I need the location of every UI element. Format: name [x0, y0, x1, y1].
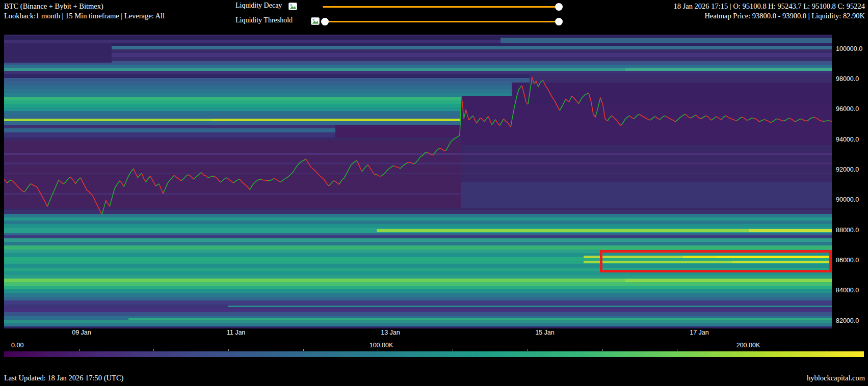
- colorbar-tick: [528, 349, 528, 351]
- y-axis-label: 86000.0: [836, 257, 859, 264]
- y-axis-label: 94000.0: [836, 136, 859, 143]
- hyblock-liquidation-heatmap-app: BTC (Binance + Bybit + Bitmex) Lookback:…: [0, 0, 868, 386]
- colorbar-tick: [453, 349, 453, 351]
- y-axis-label: 84000.0: [836, 287, 859, 294]
- y-axis-label: 98000.0: [836, 75, 859, 82]
- y-axis-label: 82000.0: [836, 317, 859, 324]
- colorbar-tick: [153, 349, 154, 351]
- liquidity-threshold-label: Liquidity Threshold: [235, 16, 293, 24]
- x-axis-label: 15 Jan: [535, 329, 555, 336]
- liquidity-colorbar: [4, 351, 864, 357]
- colorbar-tick: [378, 349, 378, 351]
- ohlc-info: 18 Jan 2026 17:15 | O: 95100.8 H: 95243.…: [674, 2, 865, 11]
- y-axis-label: 92000.0: [836, 166, 859, 173]
- y-axis-label: 100000.0: [836, 45, 862, 52]
- price-line-segments: [7, 77, 829, 215]
- x-axis-label: 11 Jan: [227, 329, 246, 336]
- price-heatmap-chart[interactable]: HYBLOCK: [4, 35, 832, 328]
- y-axis-label: 96000.0: [836, 105, 859, 113]
- colorbar-tick: [303, 349, 304, 351]
- last-updated: Last Updated: 18 Jan 2026 17:50 (UTC): [4, 374, 123, 382]
- colorbar-tick: [752, 349, 752, 351]
- x-axis-label: 17 Jan: [690, 329, 709, 336]
- site-link[interactable]: hyblockcapital.com: [807, 374, 865, 382]
- y-axis-label: 88000.0: [836, 227, 859, 234]
- price-line-segments: [4, 77, 832, 215]
- colorbar-tick: [228, 349, 229, 351]
- heatmap-price-info: Heatmap Price: 93800.0 - 93900.0 | Liqui…: [674, 11, 865, 21]
- image-icon[interactable]: [311, 17, 320, 27]
- price-line: [4, 35, 832, 328]
- slider-handle[interactable]: [321, 18, 329, 25]
- x-axis-label: 09 Jan: [72, 329, 91, 336]
- colorbar-tick: [827, 349, 827, 351]
- colorbar-tick: [677, 349, 677, 351]
- y-axis-label: 90000.0: [836, 196, 859, 203]
- colorbar-label: 200.00K: [737, 342, 760, 349]
- colorbar-tick: [602, 349, 603, 351]
- liquidity-threshold-slider[interactable]: [325, 21, 559, 22]
- slider-handle[interactable]: [555, 18, 563, 25]
- colorbar-label: 100.00K: [370, 342, 393, 349]
- x-axis-label: 13 Jan: [381, 329, 400, 336]
- header-right: 18 Jan 2026 17:15 | O: 95100.8 H: 95243.…: [674, 2, 865, 21]
- colorbar-tick: [79, 349, 80, 351]
- colorbar-label: 0.00: [11, 342, 23, 349]
